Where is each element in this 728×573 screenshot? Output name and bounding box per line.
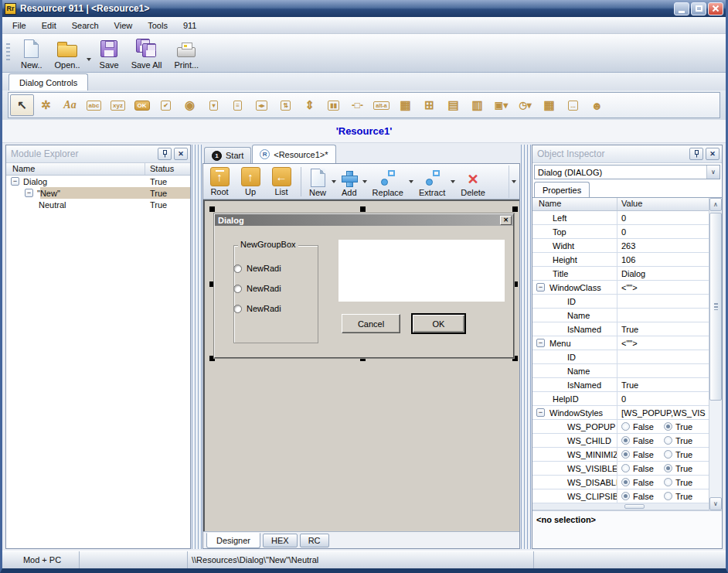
root-button[interactable]: ↑ Root xyxy=(204,167,235,196)
select-cursor-icon[interactable]: ↖ xyxy=(10,94,34,116)
designed-radio-button[interactable]: NewRadi xyxy=(233,264,281,273)
radio-true[interactable] xyxy=(664,478,672,486)
designed-dialog-titlebar[interactable]: Dialog ✕ xyxy=(215,214,513,226)
tab-order-icon[interactable]: ✲ xyxy=(34,94,58,116)
radio-true[interactable] xyxy=(664,422,672,431)
selection-handle[interactable] xyxy=(360,206,366,212)
property-row[interactable]: WS_VISIBLEFalseTrue xyxy=(532,462,709,476)
tab-start[interactable]: 1 Start xyxy=(204,147,251,163)
grid-column-name[interactable]: Name xyxy=(532,198,617,210)
delete-button[interactable]: ✕ Delete xyxy=(457,166,489,197)
property-row[interactable]: Widht263 xyxy=(532,239,709,253)
progress-bar-icon[interactable]: ▮▮ xyxy=(321,94,345,116)
designed-radio-button[interactable]: NewRadi xyxy=(233,284,281,293)
property-value[interactable]: True xyxy=(621,325,638,334)
property-row[interactable]: Height106 xyxy=(532,253,709,267)
replace-dropdown-arrow[interactable] xyxy=(409,180,413,183)
close-button[interactable] xyxy=(708,2,723,15)
designed-groupbox[interactable]: NewGroupBox xyxy=(233,245,318,343)
replace-button[interactable]: Replace xyxy=(369,166,407,197)
object-selector-dropdown[interactable]: Dialog (DIALOG) ∨ xyxy=(534,165,720,179)
checkbox-icon[interactable]: ✔ xyxy=(154,94,178,116)
property-value[interactable]: 106 xyxy=(621,255,635,264)
radio-true[interactable] xyxy=(664,436,672,445)
property-row[interactable]: WS_MINIMIZIFalseTrue xyxy=(532,448,709,462)
grid-vertical-scrollbar[interactable]: ∧ ∨ xyxy=(709,198,722,510)
print-button[interactable]: Print... xyxy=(168,36,205,70)
open-dropdown-arrow[interactable] xyxy=(87,58,91,61)
new-button[interactable]: New.. xyxy=(15,36,49,70)
property-row[interactable]: Left0 xyxy=(532,211,709,225)
radio-true[interactable] xyxy=(664,492,672,500)
menu-edit[interactable]: Edit xyxy=(34,19,64,32)
static-text-icon[interactable]: Aa xyxy=(58,94,82,116)
collapse-icon[interactable]: − xyxy=(536,339,545,347)
save-button[interactable]: Save xyxy=(94,36,125,70)
property-row[interactable]: −WindowClass<""> xyxy=(532,281,709,295)
tab-dialog-controls[interactable]: Dialog Controls xyxy=(9,73,88,90)
property-value[interactable]: True xyxy=(621,380,638,390)
tab-properties[interactable]: Properties xyxy=(534,182,590,197)
add-dropdown-arrow[interactable] xyxy=(362,180,367,183)
radio-false[interactable] xyxy=(621,450,630,459)
radio-true[interactable] xyxy=(664,464,672,472)
tree-row[interactable]: −DialogTrue xyxy=(6,176,190,187)
minimize-button[interactable] xyxy=(674,2,689,15)
h-scroll-thumb[interactable] xyxy=(624,504,645,509)
maximize-button[interactable] xyxy=(691,2,706,15)
designed-dialog[interactable]: Dialog ✕ NewGroupBox NewRadiNewRadiNewRa… xyxy=(214,213,514,358)
tab-designer[interactable]: Designer xyxy=(206,533,260,548)
radio-button-icon[interactable]: ◉ xyxy=(178,94,202,116)
property-value[interactable]: <""> xyxy=(621,339,638,348)
collapse-icon[interactable]: − xyxy=(536,408,545,417)
property-row[interactable]: TitleDialog xyxy=(532,267,709,281)
property-row[interactable]: Top0 xyxy=(532,225,709,239)
selection-handle[interactable] xyxy=(512,206,518,212)
user-control-icon[interactable]: ☻ xyxy=(585,94,609,116)
image-combo-icon[interactable]: ▣▾ xyxy=(489,94,513,116)
radio-false[interactable] xyxy=(621,436,630,445)
designed-cancel-button[interactable]: Cancel xyxy=(342,314,400,333)
month-calendar-icon[interactable]: ▦ xyxy=(537,94,561,116)
menu-view[interactable]: View xyxy=(107,19,141,32)
save-all-button[interactable]: Save All xyxy=(125,36,168,70)
toolbar-grip[interactable] xyxy=(6,43,10,62)
designed-dialog-close-button[interactable]: ✕ xyxy=(500,216,512,225)
hot-key-icon[interactable]: alt-a xyxy=(369,94,393,116)
object-inspector-close-button[interactable]: ✕ xyxy=(706,148,719,160)
property-row[interactable]: −WindowStyles[WS_POPUP,WS_VIS xyxy=(532,406,709,420)
new-dropdown-arrow[interactable] xyxy=(332,180,336,183)
radio-false[interactable] xyxy=(621,478,630,486)
vertical-scrollbar-icon[interactable]: ⇅ xyxy=(274,94,298,116)
property-row[interactable]: Name xyxy=(532,364,709,378)
open-button[interactable]: Open.. xyxy=(49,36,87,70)
datetime-picker-icon[interactable]: ◷▾ xyxy=(513,94,537,116)
tab-rc[interactable]: RC xyxy=(300,534,329,547)
toolbar-overflow-button[interactable] xyxy=(509,165,519,198)
add-button[interactable]: Add xyxy=(338,166,361,197)
designed-white-box[interactable] xyxy=(338,240,505,302)
radio-false[interactable] xyxy=(621,464,630,472)
custom-control-icon[interactable]: ... xyxy=(561,94,585,116)
left-splitter[interactable] xyxy=(192,145,202,549)
list-view-icon[interactable]: ▦ xyxy=(393,94,417,116)
property-value[interactable]: 0 xyxy=(621,227,626,237)
module-explorer-pin-button[interactable] xyxy=(158,148,172,160)
collapse-icon[interactable]: − xyxy=(536,283,545,292)
list-button[interactable]: ← List xyxy=(266,167,297,196)
column-name[interactable]: Name xyxy=(6,163,145,175)
extract-button[interactable]: Extract xyxy=(415,166,449,197)
collapse-icon[interactable]: − xyxy=(25,189,33,197)
module-explorer-close-button[interactable]: ✕ xyxy=(174,148,188,160)
combo-box-icon[interactable]: ▾ xyxy=(202,94,226,116)
property-value[interactable]: <""> xyxy=(621,283,638,292)
new-resource-button[interactable]: New xyxy=(305,166,330,197)
menu-911[interactable]: 911 xyxy=(175,19,205,32)
dropdown-chevron-button[interactable]: ∨ xyxy=(706,165,719,179)
grid-column-value[interactable]: Value xyxy=(617,198,709,210)
designed-radio-button[interactable]: NewRadi xyxy=(233,304,281,313)
designed-ok-button[interactable]: OK xyxy=(411,313,466,334)
property-row[interactable]: Name xyxy=(532,309,709,322)
horizontal-scrollbar-icon[interactable]: ◂▸ xyxy=(250,94,274,116)
tree-row[interactable]: NeutralTrue xyxy=(6,199,190,210)
